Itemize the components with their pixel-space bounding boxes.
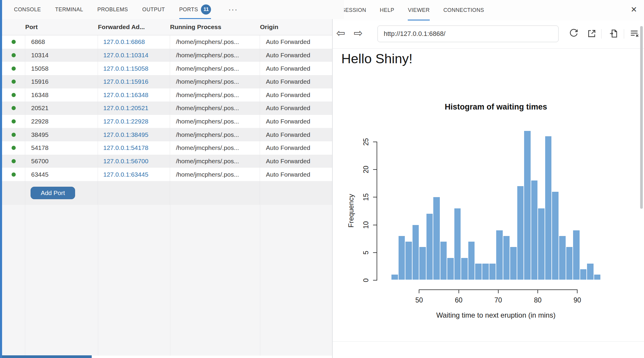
table-row[interactable]: 54178127.0.0.1:54178/home/jmcphers/.pos.… — [2, 141, 332, 155]
side-panel-tabbar: SESSION HELP VIEWER CONNECTIONS — [333, 0, 644, 21]
table-row[interactable]: 56700127.0.0.1:56700/home/jmcphers/.pos.… — [2, 155, 332, 168]
add-port-row-status-cell — [2, 181, 25, 205]
header-port[interactable]: Port — [25, 23, 98, 31]
origin-cell: Auto Forwarded — [260, 115, 332, 128]
table-row[interactable]: 15916127.0.0.1:15916/home/jmcphers/.pos.… — [2, 75, 332, 88]
table-row[interactable]: 22928127.0.0.1:22928/home/jmcphers/.pos.… — [2, 115, 332, 128]
panel-vertical-divider[interactable] — [332, 0, 333, 358]
tab-output[interactable]: OUTPUT — [142, 0, 165, 19]
navigate-back-icon[interactable]: ⇦ — [336, 28, 345, 39]
table-row[interactable]: 6868127.0.0.1:6868/home/jmcphers/.pos...… — [2, 35, 332, 49]
running-process-cell: /home/jmcphers/.pos... — [170, 141, 260, 155]
histogram-bar — [594, 274, 601, 280]
forwarded-address-link[interactable]: 127.0.0.1:10314 — [98, 49, 170, 62]
tab-ports-label: PORTS — [179, 7, 198, 13]
port-cell: 63445 — [25, 168, 98, 181]
y-axis-tick — [373, 169, 377, 170]
clear-viewer-icon[interactable] — [629, 28, 639, 39]
tab-connections[interactable]: CONNECTIONS — [443, 0, 484, 20]
forwarded-address-link[interactable]: 127.0.0.1:15916 — [98, 75, 170, 88]
forwarded-address-link[interactable]: 127.0.0.1:6868 — [98, 35, 170, 49]
tab-session[interactable]: SESSION — [342, 0, 366, 20]
horizontal-scrollbar-thumb[interactable] — [2, 355, 92, 358]
forwarded-address-link[interactable]: 127.0.0.1:16348 — [98, 88, 170, 102]
port-cell: 16348 — [25, 88, 98, 102]
toolbar-separator — [601, 29, 602, 39]
histogram-bar — [412, 225, 419, 280]
x-axis-tick-label: 70 — [494, 296, 502, 304]
tab-viewer[interactable]: VIEWER — [408, 0, 429, 20]
histogram-bar — [559, 236, 566, 280]
port-cell: 20521 — [25, 102, 98, 115]
histogram-bar — [566, 247, 573, 280]
header-forwarded-address[interactable]: Forwarded Ad... — [98, 23, 170, 31]
histogram-bar — [426, 213, 433, 280]
forwarded-address-link[interactable]: 127.0.0.1:54178 — [98, 141, 170, 155]
port-status-dot — [2, 141, 25, 155]
tab-problems[interactable]: PROBLEMS — [97, 0, 128, 19]
forwarded-address-link[interactable]: 127.0.0.1:22928 — [98, 115, 170, 128]
tab-help[interactable]: HELP — [380, 0, 394, 20]
y-axis-tick-label: 25 — [362, 138, 370, 146]
port-status-dot — [2, 35, 25, 49]
more-actions-icon[interactable]: ··· — [228, 5, 238, 14]
y-axis-tick — [373, 142, 377, 142]
y-axis-tick — [373, 280, 377, 281]
port-status-dot — [2, 88, 25, 102]
table-row[interactable]: 15058127.0.0.1:15058/home/jmcphers/.pos.… — [2, 62, 332, 75]
histogram-bar — [468, 241, 475, 280]
chart-y-axis-label: Frequency — [347, 194, 355, 227]
reload-icon[interactable] — [569, 28, 579, 39]
y-axis-tick-label: 5 — [362, 251, 370, 254]
close-panel-icon[interactable]: ✕ — [628, 4, 640, 15]
origin-cell: Auto Forwarded — [260, 49, 332, 62]
tab-console[interactable]: CONSOLE — [14, 0, 41, 19]
origin-cell: Auto Forwarded — [260, 75, 332, 88]
shiny-app-title: Hello Shiny! — [341, 51, 413, 66]
table-row[interactable]: 63445127.0.0.1:63445/home/jmcphers/.pos.… — [2, 168, 332, 181]
table-row[interactable]: 20521127.0.0.1:20521/home/jmcphers/.pos.… — [2, 102, 332, 115]
running-process-cell: /home/jmcphers/.pos... — [170, 168, 260, 181]
forwarded-address-link[interactable]: 127.0.0.1:15058 — [98, 62, 170, 75]
histogram-bar — [531, 180, 538, 280]
table-row[interactable]: 38495127.0.0.1:38495/home/jmcphers/.pos.… — [2, 128, 332, 141]
forwarded-address-link[interactable]: 127.0.0.1:56700 — [98, 155, 170, 168]
port-status-dot — [2, 75, 25, 88]
table-row[interactable]: 16348127.0.0.1:16348/home/jmcphers/.pos.… — [2, 88, 332, 102]
column-divider — [25, 205, 25, 356]
chart-x-axis-label: Waiting time to next eruption (in mins) — [436, 311, 556, 319]
running-process-cell: /home/jmcphers/.pos... — [170, 35, 260, 49]
forwarded-address-link[interactable]: 127.0.0.1:63445 — [98, 168, 170, 181]
navigate-forward-icon[interactable]: ⇨ — [354, 28, 363, 39]
port-cell: 56700 — [25, 155, 98, 168]
port-status-dot — [2, 62, 25, 75]
bottom-panel-tabbar: CONSOLE TERMINAL PROBLEMS OUTPUT PORTS 1… — [2, 0, 344, 19]
header-origin[interactable]: Origin — [260, 23, 332, 31]
histogram-bar — [496, 230, 503, 280]
table-row[interactable]: 10314127.0.0.1:10314/home/jmcphers/.pos.… — [2, 49, 332, 62]
port-cell: 38495 — [25, 128, 98, 141]
ports-table-empty-area — [2, 205, 332, 356]
origin-cell: Auto Forwarded — [260, 168, 332, 181]
y-axis-line — [377, 142, 377, 281]
port-cell: 54178 — [25, 141, 98, 155]
forwarded-address-link[interactable]: 127.0.0.1:20521 — [98, 102, 170, 115]
add-port-button[interactable]: Add Port — [31, 187, 75, 199]
open-in-editor-icon[interactable] — [609, 28, 619, 39]
histogram-bar — [587, 263, 594, 280]
tab-terminal[interactable]: TERMINAL — [55, 0, 83, 19]
ports-table-header: Port Forwarded Ad... Running Process Ori… — [2, 19, 332, 35]
header-running-process[interactable]: Running Process — [170, 23, 260, 31]
vertical-scrollbar-thumb[interactable] — [640, 26, 643, 209]
y-axis-tick — [373, 252, 377, 253]
y-axis-tick — [373, 225, 377, 225]
port-cell: 6868 — [25, 35, 98, 49]
histogram-bar — [398, 236, 405, 280]
open-external-icon[interactable] — [587, 28, 597, 39]
port-status-dot — [2, 115, 25, 128]
add-port-row-port-cell: Add Port — [25, 181, 98, 205]
tab-ports[interactable]: PORTS 11 — [179, 0, 211, 19]
forwarded-address-link[interactable]: 127.0.0.1:38495 — [98, 128, 170, 141]
histogram-bar — [552, 191, 559, 280]
viewer-url-input[interactable] — [377, 26, 559, 42]
